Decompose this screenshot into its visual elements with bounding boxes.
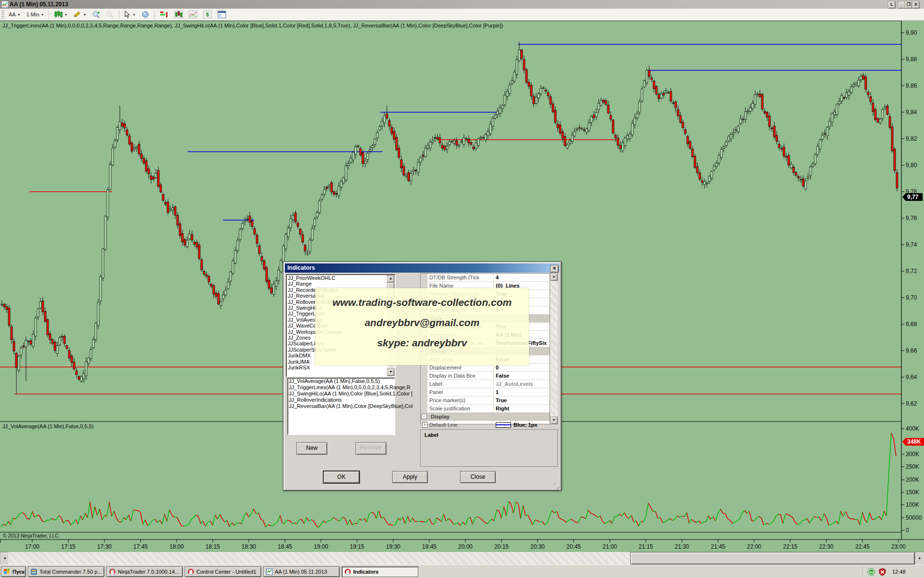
download-master-icon[interactable]: dm	[867, 568, 875, 576]
line-chart-button[interactable]	[186, 9, 200, 20]
property-row[interactable]: LabelJJ_AutoLevels	[421, 380, 550, 388]
svg-text:9,66: 9,66	[906, 347, 917, 354]
bars-icon	[160, 11, 168, 18]
property-row[interactable]: Scale justificationRight	[421, 405, 550, 413]
security-alert-icon[interactable]	[878, 568, 886, 576]
taskbar-item-control-center[interactable]: Control Center - Untitled1	[185, 566, 261, 577]
chart-icon	[266, 568, 273, 575]
apply-button[interactable]: Apply	[392, 471, 428, 483]
total-commander-icon	[30, 568, 38, 575]
line-color-swatch	[496, 422, 511, 428]
property-row[interactable]: Display in Data BoxFalse	[421, 372, 550, 380]
account-button[interactable]: $	[201, 9, 214, 20]
properties-button[interactable]	[215, 9, 229, 20]
svg-text:9,76: 9,76	[906, 215, 917, 222]
property-row[interactable]: Price marker(s)True	[421, 396, 550, 405]
property-section-header[interactable]: −Display	[421, 413, 550, 421]
taskbar-item-ninjatrader[interactable]: NinjaTrader 7.0.1000.14...	[106, 566, 183, 577]
window-titlebar: AA (1 Min) 05.11.2013 L _ ❐ X	[0, 0, 924, 9]
collapse-icon[interactable]: −	[422, 414, 427, 419]
dialog-titlebar[interactable]: Indicators	[285, 263, 560, 273]
taskbar-item-label: AA (1 Min) 05.11.2013	[275, 569, 327, 575]
available-indicator-item[interactable]: JurikRSX	[287, 365, 387, 370]
svg-text:21:30: 21:30	[675, 543, 689, 550]
taskbar-item-label: Indicators	[353, 569, 379, 575]
cursor-dropdown[interactable]: ▼	[122, 9, 138, 20]
scroll-down-icon[interactable]: ▼	[387, 368, 395, 376]
scroll-down-icon[interactable]: ▼	[550, 417, 558, 424]
scrollbar-track[interactable]	[8, 552, 630, 565]
link-button[interactable]: L	[888, 1, 896, 9]
start-button[interactable]: Пуск	[1, 566, 26, 577]
system-tray: dm 12:48	[863, 566, 924, 577]
svg-text:18:15: 18:15	[205, 543, 220, 550]
remove-button[interactable]: Remove	[356, 442, 386, 455]
configured-indicator-item[interactable]: JJ_ReversalBar(AA (1 Min),Color [DeepSky…	[288, 403, 395, 409]
scroll-up-icon[interactable]: ▲	[387, 275, 395, 283]
chart-style-dropdown[interactable]: ▼	[51, 9, 70, 20]
configured-indicator-item[interactable]: JJ_RolloverIndications	[288, 397, 395, 403]
svg-text:400K: 400K	[906, 425, 919, 432]
bars-panel-button[interactable]	[157, 9, 171, 20]
svg-text:17:15: 17:15	[61, 543, 76, 550]
svg-text:21:15: 21:15	[639, 543, 653, 550]
instrument-dropdown[interactable]: AA▼	[6, 9, 23, 20]
svg-text:21:00: 21:00	[603, 543, 617, 550]
svg-text:21:45: 21:45	[711, 543, 725, 550]
toolbar-grip[interactable]	[1, 10, 4, 19]
ok-button[interactable]: OK	[323, 471, 359, 483]
configured-indicator-item[interactable]: JJ_VolAverage(AA (1 Min),False,0,5,5)	[288, 378, 395, 384]
chevron-down-icon: ▼	[17, 13, 21, 16]
zoom-out-button[interactable]	[103, 9, 116, 20]
new-button[interactable]: New	[296, 442, 327, 455]
svg-text:9,90: 9,90	[906, 29, 917, 36]
svg-text:17:45: 17:45	[133, 543, 148, 550]
zoom-in-button[interactable]	[90, 9, 103, 20]
expand-icon[interactable]: +	[422, 422, 427, 428]
svg-text:22:00: 22:00	[747, 543, 761, 550]
svg-text:22:15: 22:15	[783, 543, 797, 550]
property-row[interactable]: Panel1	[421, 388, 550, 396]
svg-text:18:30: 18:30	[242, 543, 256, 550]
svg-text:9,72: 9,72	[906, 268, 917, 275]
close-button[interactable]: Close	[460, 471, 496, 483]
svg-text:23:00: 23:00	[891, 543, 906, 550]
copyright-label: © 2013 NinjaTrader, LLC	[3, 533, 59, 539]
svg-text:$: $	[206, 12, 209, 17]
volume-panel-label: JJ_VolAverage(AA (1 Min),False,0,5,5)	[2, 423, 93, 429]
svg-text:17:00: 17:00	[25, 543, 39, 550]
interval-dropdown[interactable]: 1 Min▼	[24, 9, 47, 20]
watermark-line: andreybbrv@gmail.com	[315, 317, 529, 328]
resize-grip[interactable]	[554, 483, 560, 489]
configured-indicators-list[interactable]: JJ_VolAverage(AA (1 Min),False,0,5,5)JJ_…	[287, 378, 395, 435]
chart-window-button[interactable]	[172, 9, 185, 20]
svg-text:348K: 348K	[907, 438, 921, 445]
close-button[interactable]: X	[912, 1, 920, 9]
dialog-close-icon[interactable]: ✕	[550, 265, 559, 273]
configured-indicator-item[interactable]: JJ_TriggerLines(AA (1 Min),0,0,0,0,2,3,4…	[288, 384, 395, 391]
scroll-up-icon[interactable]: ▲	[550, 273, 558, 281]
property-row[interactable]: DT/DB Strength (Tick4	[421, 274, 550, 282]
svg-text:20:00: 20:00	[458, 543, 473, 550]
chart-hscrollbar[interactable]: ◄ ►	[0, 552, 924, 565]
taskbar-item-chart[interactable]: AA (1 Min) 05.11.2013	[263, 566, 340, 577]
svg-text:9,70: 9,70	[906, 294, 917, 301]
ninjatrader-icon	[109, 568, 116, 575]
toolbar-separator	[49, 10, 49, 19]
available-indicator-item[interactable]: JJ_Range	[287, 281, 387, 287]
taskbar-item-indicators[interactable]: Indicators	[342, 566, 418, 577]
restore-button[interactable]: ❐	[905, 1, 912, 9]
scrollbar-thumb[interactable]	[630, 552, 915, 565]
svg-text:20:15: 20:15	[494, 543, 509, 550]
property-row[interactable]: +Default LineBlue; 1px	[421, 421, 550, 429]
chart-toolbar: AA▼ 1 Min▼ ▼ ▼ ▼	[0, 9, 924, 21]
available-indicator-item[interactable]: JJ_PriorWeekOHLC	[287, 275, 387, 281]
scroll-right-icon[interactable]: ►	[915, 552, 924, 565]
property-grid-scrollbar[interactable]: ▲ ▼	[550, 273, 558, 424]
taskbar-item-label: NinjaTrader 7.0.1000.14...	[118, 569, 179, 575]
data-box-button[interactable]	[139, 9, 152, 20]
taskbar-item-total-commander[interactable]: Total Commander 7.50 p...	[28, 566, 104, 577]
chevron-down-icon: ▼	[64, 13, 67, 16]
configured-indicator-item[interactable]: JJ_SwingHiLo(AA (1 Min),Color [Blue],Sol…	[288, 391, 395, 397]
draw-tool-dropdown[interactable]: ▼	[71, 9, 89, 20]
